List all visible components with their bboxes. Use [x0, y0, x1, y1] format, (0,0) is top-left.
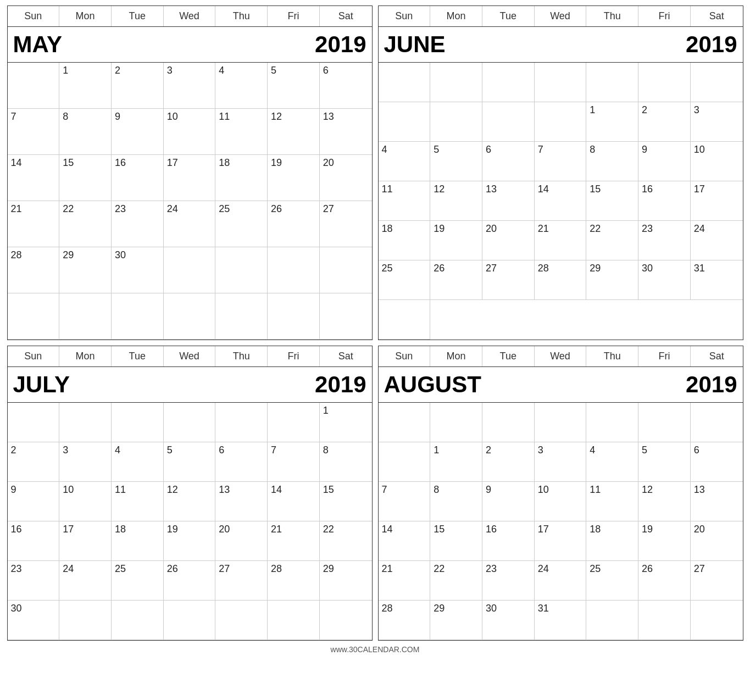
day-cell: [164, 247, 216, 293]
day-cell: [112, 601, 164, 640]
day-cell: 20: [691, 521, 743, 561]
day-cell: [586, 63, 638, 102]
day-cell: 30: [8, 601, 60, 640]
day-cell: [535, 63, 587, 102]
day-cell: 12: [268, 109, 320, 155]
day-cell: 30: [112, 247, 164, 293]
day-cell: [215, 293, 268, 340]
day-cell: 13: [215, 482, 268, 521]
day-cell: 26: [638, 561, 691, 601]
day-cell: 17: [691, 181, 743, 221]
day-cell: 29: [430, 601, 482, 640]
day-cell: 1: [430, 442, 482, 482]
day-cell: [691, 601, 743, 640]
day-header-wed: Wed: [164, 346, 216, 366]
day-cell: 27: [215, 561, 268, 601]
day-header-thu: Thu: [215, 6, 268, 26]
day-cell: 14: [268, 482, 320, 521]
day-cell: 20: [215, 521, 268, 561]
day-cell: 2: [112, 63, 164, 109]
day-cell: 1: [586, 102, 638, 142]
day-cell: 5: [164, 442, 216, 482]
day-cell: 22: [586, 221, 638, 260]
day-cell: [215, 601, 268, 640]
day-header-sun: Sun: [379, 346, 431, 366]
month-name: AUGUST: [384, 371, 481, 398]
day-cell: 6: [691, 442, 743, 482]
day-cell: 25: [112, 561, 164, 601]
day-header-thu: Thu: [586, 6, 638, 26]
day-cell: 14: [8, 155, 60, 201]
day-cell: [691, 63, 743, 102]
day-header-sat: Sat: [691, 6, 743, 26]
days-grid: 1234567891011121314151617181920212223242…: [8, 403, 372, 640]
day-cell: 9: [638, 142, 691, 181]
month-year-row: MAY2019: [8, 27, 372, 63]
day-cell: 17: [59, 521, 112, 561]
day-cell: 31: [535, 601, 587, 640]
day-cell: 3: [535, 442, 587, 482]
year-name: 2019: [315, 31, 366, 58]
day-cell: 14: [535, 181, 587, 221]
day-cell: [59, 601, 112, 640]
day-cell: 15: [320, 482, 372, 521]
day-cell: 7: [535, 142, 587, 181]
day-cell: 3: [59, 442, 112, 482]
day-cell: 9: [112, 109, 164, 155]
day-cell: [482, 63, 535, 102]
day-cell: [379, 300, 431, 340]
day-cell: 6: [215, 442, 268, 482]
day-cell: [268, 403, 320, 442]
day-cell: 6: [482, 142, 535, 181]
day-cell: [59, 403, 112, 442]
day-header-sat: Sat: [320, 6, 372, 26]
day-cell: 25: [379, 260, 431, 300]
day-cell: [320, 247, 372, 293]
day-cell: 25: [586, 561, 638, 601]
day-cell: 24: [164, 201, 216, 247]
day-cell: [320, 601, 372, 640]
day-header-wed: Wed: [535, 6, 587, 26]
day-header-thu: Thu: [586, 346, 638, 366]
day-cell: 26: [164, 561, 216, 601]
day-cell: 4: [112, 442, 164, 482]
day-cell: 4: [586, 442, 638, 482]
day-header-sun: Sun: [8, 6, 60, 26]
day-header-thu: Thu: [215, 346, 268, 366]
day-cell: [586, 403, 638, 442]
day-cell: [215, 247, 268, 293]
day-cell: [268, 247, 320, 293]
day-cell: 23: [482, 561, 535, 601]
day-cell: [164, 403, 216, 442]
day-cell: 18: [379, 221, 431, 260]
day-cell: 3: [164, 63, 216, 109]
day-cell: 21: [8, 201, 60, 247]
day-cell: 13: [482, 181, 535, 221]
day-cell: 16: [482, 521, 535, 561]
calendar-june-2019: SunMonTueWedThuFriSatJUNE201912345678910…: [378, 5, 743, 340]
day-cell: 25: [215, 201, 268, 247]
day-cell: 20: [482, 221, 535, 260]
day-cell: 2: [482, 442, 535, 482]
days-grid: 1234567891011121314151617181920212223242…: [379, 63, 743, 340]
day-cell: [535, 102, 587, 142]
day-cell: [8, 63, 60, 109]
day-cell: [430, 63, 482, 102]
day-cell: [164, 601, 216, 640]
day-cell: [482, 102, 535, 142]
day-cell: [430, 403, 482, 442]
day-header-sat: Sat: [691, 346, 743, 366]
day-cell: 31: [691, 260, 743, 300]
day-cell: [379, 102, 431, 142]
day-cell: 6: [320, 63, 372, 109]
day-cell: [112, 293, 164, 340]
day-cell: 22: [320, 521, 372, 561]
day-cell: 12: [430, 181, 482, 221]
day-cell: 15: [59, 155, 112, 201]
day-cell: 2: [638, 102, 691, 142]
day-header-wed: Wed: [164, 6, 216, 26]
day-cell: 19: [430, 221, 482, 260]
day-cell: [8, 293, 60, 340]
day-header-sat: Sat: [320, 346, 372, 366]
day-cell: 8: [59, 109, 112, 155]
